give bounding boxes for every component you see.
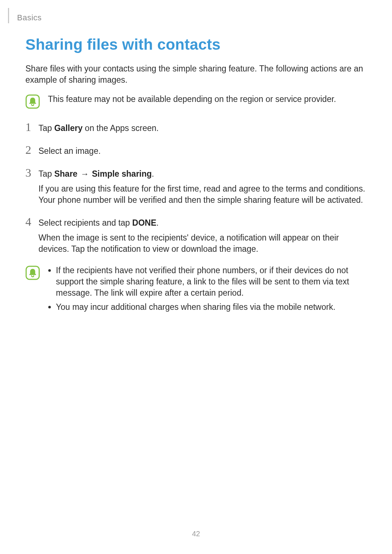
arrow-icon: → bbox=[77, 169, 92, 178]
step-text-fragment: . bbox=[152, 169, 154, 178]
note-bullet-2: You may incur additional charges when sh… bbox=[56, 301, 367, 313]
note-text: This feature may not be available depend… bbox=[48, 94, 367, 106]
breadcrumb: Basics bbox=[17, 12, 42, 23]
note-additional-info: If the recipients have not verified thei… bbox=[25, 265, 367, 316]
intro-paragraph: Share files with your contacts using the… bbox=[25, 63, 367, 86]
header-rule bbox=[8, 8, 9, 23]
step-number: 1 bbox=[25, 121, 38, 133]
step-bold-simple-sharing: Simple sharing bbox=[92, 169, 152, 178]
page-title: Sharing files with contacts bbox=[25, 34, 367, 55]
step-1-text: Tap Gallery on the Apps screen. bbox=[38, 123, 367, 134]
steps-list: 1 Tap Gallery on the Apps screen. 2 Sele… bbox=[25, 121, 367, 258]
step-4-text: Select recipients and tap DONE. bbox=[38, 217, 367, 229]
step-bold-done: DONE bbox=[132, 218, 156, 227]
step-number: 2 bbox=[25, 144, 38, 156]
step-text-fragment: Tap bbox=[38, 123, 54, 133]
step-number: 4 bbox=[25, 216, 38, 227]
page-header: Basics bbox=[8, 8, 42, 23]
step-number: 3 bbox=[25, 167, 38, 178]
note-bullet-1: If the recipients have not verified thei… bbox=[56, 265, 367, 299]
note-bullets: If the recipients have not verified thei… bbox=[48, 265, 367, 316]
step-2: 2 Select an image. bbox=[25, 144, 367, 160]
step-3: 3 Tap Share → Simple sharing. If you are… bbox=[25, 167, 367, 209]
step-bold-share: Share bbox=[54, 169, 77, 178]
step-text-fragment: Tap bbox=[38, 169, 54, 178]
note-availability: This feature may not be available depend… bbox=[25, 94, 367, 109]
step-text-fragment: Select recipients and tap bbox=[38, 218, 132, 227]
bell-note-icon bbox=[25, 94, 40, 109]
step-text-fragment: on the Apps screen. bbox=[82, 123, 159, 133]
step-4: 4 Select recipients and tap DONE. When t… bbox=[25, 216, 367, 258]
step-4-subtext: When the image is sent to the recipients… bbox=[38, 232, 367, 255]
bell-note-icon bbox=[25, 266, 40, 280]
page-number: 42 bbox=[0, 529, 392, 539]
page-content: Sharing files with contacts Share files … bbox=[25, 34, 367, 328]
step-3-subtext: If you are using this feature for the fi… bbox=[38, 183, 367, 206]
step-text-fragment: . bbox=[156, 218, 159, 227]
step-bold-gallery: Gallery bbox=[54, 123, 82, 133]
step-1: 1 Tap Gallery on the Apps screen. bbox=[25, 121, 367, 138]
step-3-text: Tap Share → Simple sharing. bbox=[38, 168, 367, 180]
step-2-text: Select an image. bbox=[38, 145, 367, 157]
note-text-line: This feature may not be available depend… bbox=[48, 94, 367, 105]
